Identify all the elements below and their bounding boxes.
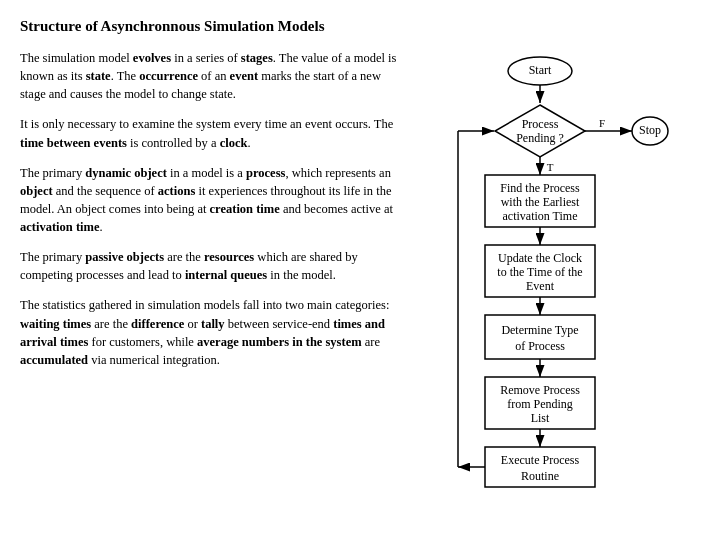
box5-line1: Execute Process <box>501 453 580 467</box>
content-area: The simulation model evolves in a series… <box>20 49 700 540</box>
box4-line2: from Pending <box>507 397 573 411</box>
t-label: T <box>547 161 554 173</box>
box2-line3: Event <box>526 279 555 293</box>
box4-line1: Remove Process <box>500 383 580 397</box>
box5-line2: Routine <box>521 469 559 483</box>
box1-line2: with the Earliest <box>501 195 580 209</box>
diamond-label-line2: Pending ? <box>516 131 564 145</box>
paragraph-4: The primary passive objects are the reso… <box>20 248 400 284</box>
box3-line2: of Process <box>515 339 565 353</box>
box2-line2: to the Time of the <box>497 265 582 279</box>
paragraph-1: The simulation model evolves in a series… <box>20 49 400 103</box>
paragraph-3: The primary dynamic object in a model is… <box>20 164 400 237</box>
page-title: Structure of Asynchronnous Simulation Mo… <box>20 18 700 35</box>
diamond-label-line1: Process <box>522 117 559 131</box>
start-label: Start <box>529 63 552 77</box>
paragraph-5: The statistics gathered in simulation mo… <box>20 296 400 369</box>
paragraph-2: It is only necessary to examine the syst… <box>20 115 400 151</box>
box2-line1: Update the Clock <box>498 251 582 265</box>
box1-line1: Find the Process <box>500 181 580 195</box>
f-label: F <box>599 117 605 129</box>
box1-line3: activation Time <box>503 209 578 223</box>
box4-line3: List <box>531 411 550 425</box>
flowchart-diagram: Start Process Pending ? F Stop T Find <box>410 49 670 540</box>
box3-line1: Determine Type <box>501 323 578 337</box>
page: Structure of Asynchronnous Simulation Mo… <box>0 0 720 540</box>
left-text: The simulation model evolves in a series… <box>20 49 400 540</box>
stop-label: Stop <box>639 123 661 137</box>
